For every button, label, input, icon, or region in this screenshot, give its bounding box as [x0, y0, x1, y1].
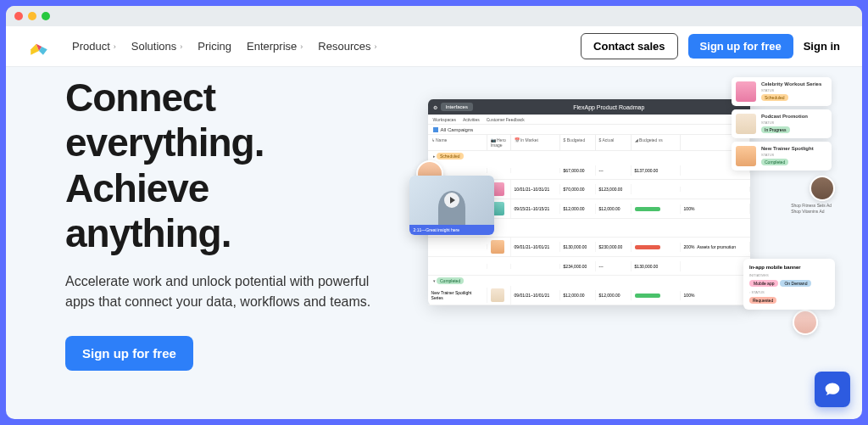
chevron-right-icon: ›: [374, 42, 376, 51]
avatar: [810, 176, 835, 201]
window-title-bar: [6, 6, 862, 26]
close-dot[interactable]: [14, 12, 23, 20]
nav-solutions[interactable]: Solutions›: [131, 40, 182, 53]
hero-heading: Connect everything. Achieve anything.: [65, 75, 420, 256]
float-card-3: New Trainer Spotlight STATUS Completed: [732, 142, 832, 171]
mock-app-title: FlexApp Product Roadmap: [573, 104, 644, 110]
nav-resources[interactable]: Resources›: [318, 40, 376, 53]
float-card-1: Celebrity Workout Series STATUS Schedule…: [732, 77, 832, 106]
play-icon[interactable]: [444, 193, 459, 208]
chat-icon: [824, 381, 841, 398]
contact-sales-button[interactable]: Contact sales: [581, 33, 678, 59]
mock-base-tab: Interfaces: [441, 103, 473, 111]
avatar: [793, 310, 818, 335]
chevron-right-icon: ›: [300, 42, 303, 51]
float-card-2: Podcast Promotion STATUS In Progress: [732, 109, 832, 138]
detail-card: In-app mobile banner INITIATIVES Mobile …: [743, 259, 835, 310]
chevron-right-icon: ›: [114, 42, 116, 51]
hero-illustration: ⚙ Interfaces FlexApp Product Roadmap Wor…: [420, 74, 803, 371]
nav-product[interactable]: Product›: [72, 40, 116, 53]
signin-link[interactable]: Sign in: [804, 40, 840, 53]
max-dot[interactable]: [42, 12, 50, 20]
side-text: Shop Fitness Sets Ad Shop Vitamins Ad: [791, 203, 832, 215]
video-caption: 2:11—Great insight here: [409, 225, 494, 235]
min-dot[interactable]: [28, 12, 36, 20]
signup-button[interactable]: Sign up for free: [688, 34, 793, 59]
chat-widget-button[interactable]: [815, 372, 850, 407]
hero-subtitle: Accelerate work and unlock potential wit…: [65, 271, 379, 312]
chevron-right-icon: ›: [180, 42, 182, 51]
top-nav: Product› Solutions› Pricing Enterprise› …: [6, 26, 862, 67]
video-card: 2:11—Great insight here: [409, 176, 494, 235]
hero-cta-button[interactable]: Sign up for free: [65, 336, 193, 371]
brand-logo[interactable]: [28, 36, 50, 58]
nav-enterprise[interactable]: Enterprise›: [247, 40, 303, 53]
nav-pricing[interactable]: Pricing: [198, 40, 231, 53]
